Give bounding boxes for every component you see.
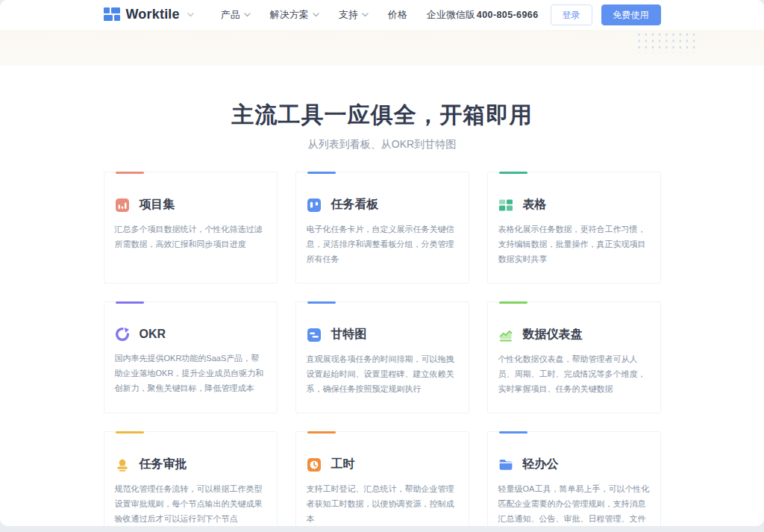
- card-kanban: 任务看板 电子化任务卡片，自定义展示任务关键信息，灵活排序和调整看板分组，分类管…: [295, 172, 469, 284]
- hero-section: 主流工具一应俱全，开箱即用 从列表到看板、从OKR到甘特图: [0, 66, 764, 151]
- card-title: 数据仪表盘: [523, 327, 583, 342]
- card-accent-bar: [499, 301, 527, 304]
- folder-icon: [498, 457, 513, 472]
- nav-item-solutions[interactable]: 解决方案: [270, 8, 319, 22]
- table-icon: [498, 198, 513, 213]
- card-okr: OKR 国内率先提供OKR功能的SaaS产品，帮助企业落地OKR，提升企业成员自…: [104, 301, 278, 413]
- nav-item-label: 企业微信版: [427, 8, 475, 22]
- card-description: 规范化管理任务流转，可以根据工作类型设置审批规则，每个节点输出的关键成果验收通过…: [115, 481, 266, 526]
- feature-card-grid: 项目集 汇总多个项目数据统计，个性化筛选过滤所需数据，高效汇报和同步项目进度 任…: [104, 172, 661, 526]
- dot-grid-decoration: [636, 31, 700, 53]
- card-title: 任务看板: [331, 197, 379, 213]
- card-title: 任务审批: [140, 457, 187, 472]
- worktile-logo[interactable]: Worktile: [104, 7, 194, 23]
- chevron-down-icon: [187, 13, 194, 17]
- nav-item-label: 支持: [339, 8, 358, 22]
- card-title: 工时: [331, 457, 355, 472]
- card-light-office: 轻办公 轻量级OA工具，简单易上手，可以个性化匹配企业需要的办公管理规则，支持消…: [487, 431, 661, 526]
- nav-item-wecom-edition[interactable]: 企业微信版: [427, 8, 475, 22]
- card-accent-bar: [116, 172, 144, 174]
- page-title: 主流工具一应俱全，开箱即用: [0, 101, 764, 128]
- card-dashboard: 数据仪表盘 个性化数据仪表盘，帮助管理者可从人员、周期、工时、完成情况等多个维度…: [487, 301, 661, 413]
- card-description: 轻量级OA工具，简单易上手，可以个性化匹配企业需要的办公管理规则，支持消息汇总通…: [498, 481, 650, 526]
- okr-circular-arrow-icon: [115, 327, 130, 342]
- card-title: 表格: [523, 197, 547, 213]
- card-accent-bar: [116, 301, 144, 304]
- chevron-down-icon: [313, 13, 319, 17]
- brand-name: Worktile: [126, 7, 180, 22]
- card-accent-bar: [307, 172, 336, 174]
- bar-chart-icon: [115, 198, 130, 213]
- card-gantt: 甘特图 直观展现各项任务的时间排期，可以拖拽设置起始时间、设置里程碑、建立依赖关…: [295, 301, 469, 413]
- dashboard-line-chart-icon: [498, 328, 513, 342]
- card-accent-bar: [307, 301, 336, 304]
- card-description: 汇总多个项目数据统计，个性化筛选过滤所需数据，高效汇报和同步项目进度: [115, 222, 266, 251]
- hero-top-band: [0, 30, 764, 66]
- card-description: 个性化数据仪表盘，帮助管理者可从人员、周期、工时、完成情况等多个维度，实时掌握项…: [498, 351, 650, 396]
- card-description: 表格化展示任务数据，更符合工作习惯，支持编辑数据，批量操作，真正实现项目数据实时…: [498, 222, 650, 266]
- page-subtitle: 从列表到看板、从OKR到甘特图: [0, 138, 764, 151]
- free-trial-button[interactable]: 免费使用: [601, 4, 661, 26]
- card-description: 直观展现各项任务的时间排期，可以拖拽设置起始时间、设置里程碑、建立依赖关系，确保…: [307, 351, 458, 396]
- card-description: 国内率先提供OKR功能的SaaS产品，帮助企业落地OKR，提升企业成员自驱力和创…: [115, 351, 266, 395]
- worktile-grid-icon: [104, 7, 120, 23]
- kanban-board-icon: [307, 198, 322, 213]
- card-project-portfolio: 项目集 汇总多个项目数据统计，个性化筛选过滤所需数据，高效汇报和同步项目进度: [104, 172, 278, 284]
- card-approval: 任务审批 规范化管理任务流转，可以根据工作类型设置审批规则，每个节点输出的关键成…: [104, 431, 278, 526]
- approval-stamp-icon: [115, 457, 130, 472]
- chevron-down-icon: [244, 13, 251, 17]
- login-button[interactable]: 登录: [551, 4, 592, 26]
- card-table: 表格 表格化展示任务数据，更符合工作习惯，支持编辑数据，批量操作，真正实现项目数…: [487, 172, 661, 284]
- nav-item-label: 解决方案: [270, 8, 309, 22]
- card-title: 甘特图: [331, 327, 367, 342]
- card-title: 项目集: [140, 197, 175, 213]
- nav-right-group: 400-805-6966 登录 免费使用: [477, 4, 661, 26]
- chevron-down-icon: [362, 13, 369, 17]
- phone-number: 400-805-6966: [477, 10, 539, 20]
- card-accent-bar: [499, 431, 527, 434]
- card-accent-bar: [499, 172, 527, 174]
- browser-page: Worktile 产品 解决方案 支持 价格: [0, 0, 764, 526]
- nav-item-label: 价格: [388, 8, 407, 22]
- nav-item-support[interactable]: 支持: [339, 8, 369, 22]
- card-title: OKR: [140, 328, 166, 341]
- card-title: 轻办公: [523, 457, 559, 472]
- top-navbar: Worktile 产品 解决方案 支持 价格: [0, 0, 764, 30]
- clock-icon: [307, 457, 322, 472]
- card-description: 电子化任务卡片，自定义展示任务关键信息，灵活排序和调整看板分组，分类管理所有任务: [307, 222, 458, 266]
- nav-item-pricing[interactable]: 价格: [388, 8, 407, 22]
- card-accent-bar: [116, 431, 144, 434]
- card-accent-bar: [307, 431, 336, 434]
- card-timesheet: 工时 支持工时登记、汇总统计，帮助企业管理者获知工时数据，以便协调资源，控制成本: [295, 431, 469, 526]
- nav-item-label: 产品: [221, 8, 240, 22]
- nav-item-products[interactable]: 产品: [221, 8, 251, 22]
- card-description: 支持工时登记、汇总统计，帮助企业管理者获知工时数据，以便协调资源，控制成本: [307, 481, 458, 526]
- gantt-chart-icon: [307, 328, 322, 342]
- nav-links: 产品 解决方案 支持 价格 企业微信版: [221, 8, 475, 22]
